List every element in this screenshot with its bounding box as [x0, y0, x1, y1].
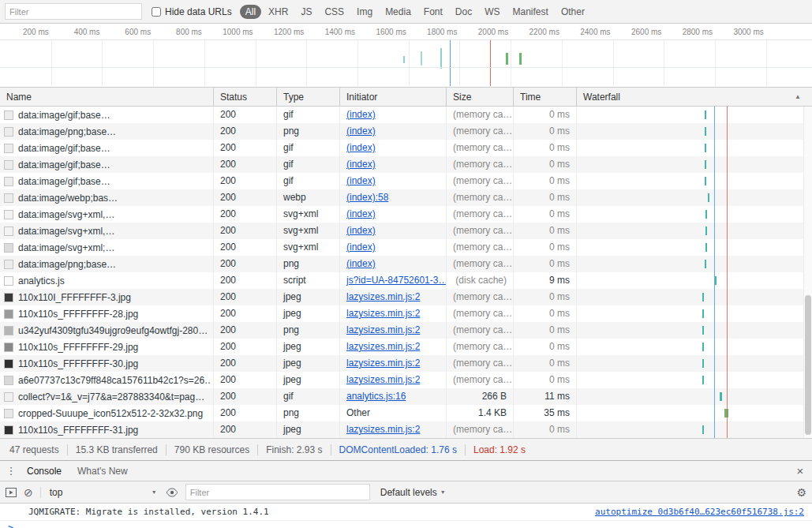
request-name-cell: data:image/png;base…: [0, 123, 214, 140]
overview-activity-bar: [421, 51, 422, 66]
column-header-size[interactable]: Size: [447, 88, 514, 106]
timeline-overview[interactable]: 200 ms400 ms600 ms800 ms1000 ms1200 ms14…: [0, 24, 812, 88]
column-header-name[interactable]: Name: [0, 88, 214, 106]
request-row[interactable]: a6e07737c13c79ff848ca157611b42c1?s=26…20…: [0, 372, 812, 388]
column-header-time[interactable]: Time: [514, 88, 577, 106]
drawer-tab-what-s-new[interactable]: What's New: [69, 461, 136, 481]
request-type: gif: [277, 388, 340, 405]
file-type-icon: [4, 359, 13, 369]
context-selector[interactable]: top ▼: [48, 485, 159, 500]
request-status: 200: [214, 305, 277, 322]
request-row[interactable]: data:image/png;base…200png(index)(memory…: [0, 256, 812, 272]
scrollbar-thumb[interactable]: [805, 295, 811, 434]
request-row[interactable]: data:image/svg+xml,…200svg+xml(index)(me…: [0, 223, 812, 239]
request-row[interactable]: 110x110s_FFFFFFFF-29.jpg200jpeglazysizes…: [0, 339, 812, 355]
request-row[interactable]: data:image/png;base…200png(index)(memory…: [0, 123, 812, 140]
request-name: data:image/svg+xml,…: [18, 207, 114, 223]
filter-pill-all[interactable]: All: [240, 5, 261, 19]
live-expression-eye-icon[interactable]: [166, 488, 178, 497]
filter-pill-media[interactable]: Media: [380, 5, 417, 19]
request-initiator[interactable]: lazysizes.min.js:2: [346, 308, 420, 319]
request-initiator[interactable]: (index): [346, 142, 376, 153]
table-scrollbar[interactable]: [803, 107, 812, 438]
request-name-cell: data:image/png;base…: [0, 256, 214, 272]
filter-pill-xhr[interactable]: XHR: [263, 5, 294, 19]
hide-data-urls-checkbox[interactable]: [152, 7, 161, 17]
request-initiator[interactable]: lazysizes.min.js:2: [346, 424, 420, 435]
column-header-initiator[interactable]: Initiator: [340, 88, 447, 106]
request-initiator[interactable]: (index): [346, 258, 376, 269]
request-initiator[interactable]: lazysizes.min.js:2: [346, 291, 420, 302]
waterfall-bar: [702, 425, 704, 434]
request-initiator[interactable]: analytics.js:16: [346, 391, 406, 402]
filter-pill-manifest[interactable]: Manifest: [507, 5, 554, 19]
column-header-status[interactable]: Status: [214, 88, 277, 106]
request-row[interactable]: data:image/gif;base…200gif(index)(memory…: [0, 173, 812, 189]
overview-tick-label: 800 ms: [176, 28, 202, 36]
request-initiator[interactable]: lazysizes.min.js:2: [346, 324, 420, 335]
filter-pill-doc[interactable]: Doc: [450, 5, 477, 19]
request-row[interactable]: 110x110s_FFFFFFFF-28.jpg200jpeglazysizes…: [0, 305, 812, 322]
request-row[interactable]: 110x110s_FFFFFFFF-30.jpg200jpeglazysizes…: [0, 355, 812, 372]
request-row[interactable]: collect?v=1&_v=j77&a=287883340&t=pag…200…: [0, 388, 812, 405]
request-initiator[interactable]: js?id=UA-84752601-3…: [346, 275, 447, 286]
console-prompt[interactable]: >: [0, 521, 812, 528]
request-initiator[interactable]: (index): [346, 175, 376, 186]
drawer-close-icon[interactable]: ×: [791, 464, 809, 477]
request-initiator[interactable]: lazysizes.min.js:2: [346, 358, 420, 369]
network-filter-input[interactable]: [5, 3, 142, 20]
request-row[interactable]: data:image/gif;base…200gif(index)(memory…: [0, 156, 812, 173]
console-message: JQMIGRATE: Migrate is installed, version…: [0, 504, 812, 521]
file-type-icon: [4, 260, 13, 269]
request-initiator[interactable]: (index): [346, 125, 376, 137]
column-header-type[interactable]: Type: [277, 88, 340, 106]
console-message-source-link[interactable]: autoptimize 0d3b6f40…623ec60f516738.js:2: [595, 507, 804, 517]
request-initiator[interactable]: (index): [346, 225, 376, 236]
filter-pill-css[interactable]: CSS: [319, 5, 350, 19]
file-type-icon: [4, 409, 13, 418]
request-row[interactable]: data:image/gif;base…200gif(index)(memory…: [0, 107, 812, 123]
filter-pill-other[interactable]: Other: [556, 5, 590, 19]
request-initiator[interactable]: (index):58: [346, 192, 388, 203]
log-levels-dropdown[interactable]: Default levels ▼: [380, 487, 446, 498]
request-time: 35 ms: [514, 405, 577, 421]
request-status: 200: [214, 405, 277, 421]
request-type: png: [277, 405, 340, 421]
console-settings-gear-icon[interactable]: ⚙: [796, 486, 806, 499]
request-time: 0 ms: [514, 156, 577, 173]
request-name: cropped-Suuupe_icon512x512-2-32x32.png: [18, 406, 203, 421]
overview-gridline: [102, 40, 103, 86]
request-row[interactable]: cropped-Suuupe_icon512x512-2-32x32.png20…: [0, 405, 812, 421]
request-initiator[interactable]: (index): [346, 159, 376, 170]
filter-pill-js[interactable]: JS: [295, 5, 317, 19]
console-sidebar-toggle-icon[interactable]: [6, 488, 17, 497]
request-row[interactable]: analytics.js200scriptjs?id=UA-84752601-3…: [0, 272, 812, 289]
request-initiator[interactable]: (index): [346, 109, 376, 120]
column-header-waterfall[interactable]: Waterfall▲: [577, 88, 812, 106]
request-time: 0 ms: [514, 421, 577, 438]
request-row[interactable]: data:image/svg+xml,…200svg+xml(index)(me…: [0, 206, 812, 223]
drawer-menu-icon[interactable]: ⋮: [3, 465, 19, 477]
request-initiator[interactable]: (index): [346, 242, 376, 253]
request-row[interactable]: 110x110I_FFFFFFFF-3.jpg200jpeglazysizes.…: [0, 289, 812, 305]
request-status: 200: [214, 239, 277, 256]
request-initiator[interactable]: (index): [346, 208, 376, 219]
request-row[interactable]: u342yuf4309tgfu349ujgro9eufg4owtfgj-280……: [0, 322, 812, 339]
filter-pill-font[interactable]: Font: [418, 5, 448, 19]
request-initiator[interactable]: lazysizes.min.js:2: [346, 374, 420, 385]
request-row[interactable]: 110x110s_FFFFFFFF-31.jpg200jpeglazysizes…: [0, 421, 812, 438]
request-initiator[interactable]: lazysizes.min.js:2: [346, 341, 420, 352]
filter-pill-ws[interactable]: WS: [479, 5, 505, 19]
waterfall-cell: [577, 339, 812, 355]
drawer-tab-console[interactable]: Console: [19, 461, 69, 481]
column-header-label: Name: [6, 92, 32, 103]
request-row[interactable]: data:image/gif;base…200gif(index)(memory…: [0, 140, 812, 156]
hide-data-urls[interactable]: Hide data URLs: [152, 6, 232, 17]
waterfall-cell: [577, 156, 812, 173]
request-row[interactable]: data:image/webp;bas…200webp(index):58(me…: [0, 189, 812, 206]
filter-pill-img[interactable]: Img: [351, 5, 378, 19]
request-row[interactable]: data:image/svg+xml;…200svg+xml(index)(me…: [0, 239, 812, 256]
request-status: 200: [214, 156, 277, 173]
clear-console-icon[interactable]: ⊘: [24, 486, 33, 499]
console-filter-input[interactable]: [185, 484, 370, 500]
